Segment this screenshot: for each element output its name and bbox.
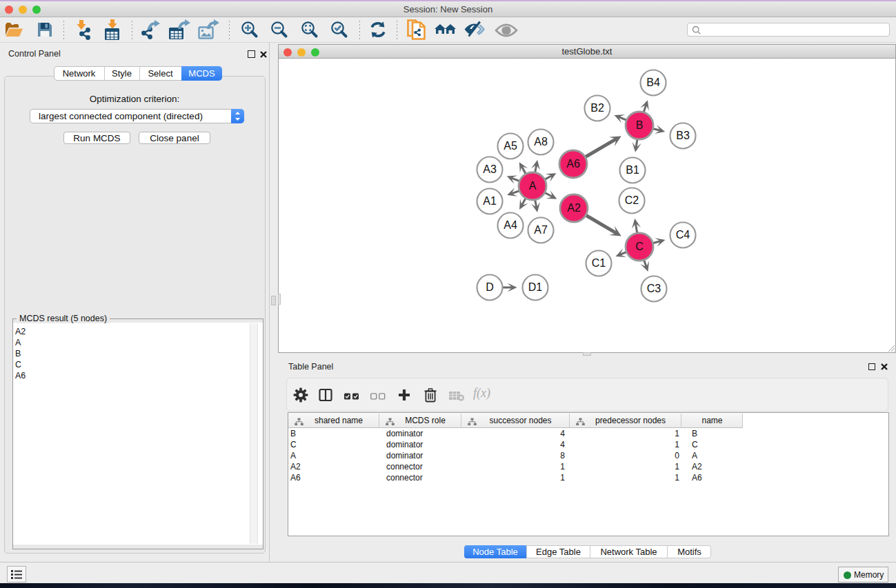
svg-text:A6: A6	[566, 158, 580, 170]
svg-text:A1: A1	[483, 195, 497, 207]
svg-text:C1: C1	[592, 257, 606, 269]
svg-text:A3: A3	[483, 163, 497, 175]
svg-text:D: D	[486, 281, 494, 293]
svg-text:B2: B2	[590, 102, 604, 114]
svg-text:A7: A7	[534, 224, 548, 236]
svg-text:A4: A4	[504, 219, 517, 231]
svg-text:C: C	[635, 241, 644, 252]
svg-text:A5: A5	[504, 140, 517, 152]
svg-text:C3: C3	[647, 283, 661, 294]
svg-text:B1: B1	[626, 164, 639, 176]
svg-text:C2: C2	[625, 194, 639, 206]
svg-text:B: B	[636, 119, 644, 131]
svg-text:B3: B3	[676, 130, 690, 141]
svg-text:A: A	[529, 180, 537, 192]
svg-text:A8: A8	[534, 136, 548, 148]
svg-text:A2: A2	[567, 202, 581, 214]
svg-text:B4: B4	[646, 77, 660, 88]
svg-text:D1: D1	[528, 281, 543, 293]
svg-text:C4: C4	[676, 229, 690, 241]
